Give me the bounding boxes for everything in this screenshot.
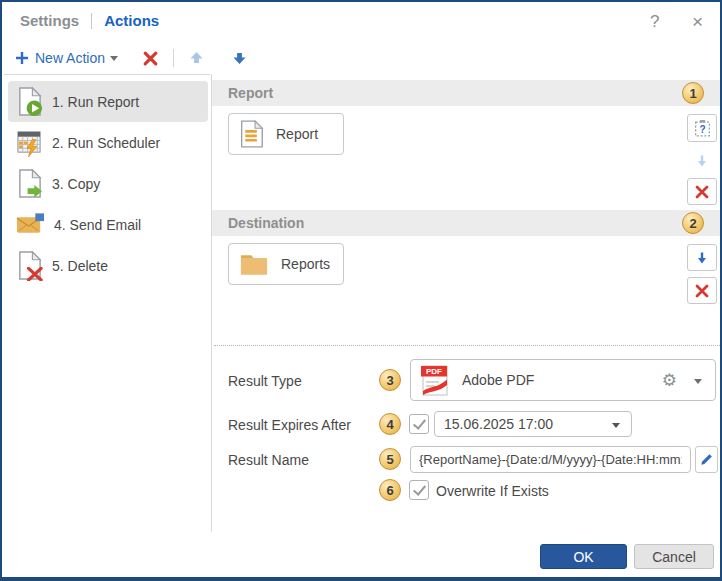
report-section-title: Report (228, 85, 273, 101)
result-name-input[interactable] (410, 446, 691, 473)
step-badge-6: 6 (379, 479, 401, 501)
destination-section-header: Destination 2 (212, 210, 720, 236)
dialog-help-button[interactable]: ? (650, 13, 659, 30)
result-expires-checkbox[interactable] (409, 414, 429, 434)
select-report-button[interactable]: ? (687, 114, 717, 142)
chevron-down-icon (612, 423, 620, 428)
step-badge-1: 1 (682, 82, 704, 104)
panel-divider (211, 74, 212, 532)
destination-remove-button[interactable] (687, 277, 717, 304)
move-down-icon[interactable] (231, 50, 248, 66)
overwrite-checkbox[interactable] (409, 480, 429, 500)
action-list-panel: 1. Run Report 2. Run Scheduler (4, 74, 210, 533)
new-action-button[interactable]: New Action (14, 50, 118, 66)
arrow-down-icon (694, 250, 710, 266)
sidebar-item-label: 1. Run Report (52, 94, 139, 110)
pencil-icon (699, 452, 714, 467)
result-type-dropdown[interactable]: PDF Adobe PDF ⚙ (410, 359, 716, 401)
dialog-tabs: Settings Actions (20, 12, 159, 29)
result-name-label: Result Name (228, 452, 309, 468)
sidebar-item-run-scheduler[interactable]: 2. Run Scheduler (8, 122, 208, 163)
new-action-label: New Action (35, 50, 105, 66)
edit-result-name-button[interactable] (695, 446, 718, 473)
destination-move-down-button[interactable] (687, 244, 717, 271)
run-scheduler-icon (16, 127, 43, 158)
overwrite-label: Overwrite If Exists (436, 483, 549, 499)
delete-action-icon[interactable] (142, 50, 159, 67)
delete-icon (16, 250, 43, 281)
actions-settings-dialog: Settings Actions ? × New Action (0, 0, 722, 581)
plus-icon (14, 50, 30, 66)
step-badge-3: 3 (379, 369, 401, 391)
svg-text:?: ? (699, 123, 705, 134)
report-document-icon (239, 119, 264, 149)
check-icon (412, 416, 425, 430)
result-expires-value: 15.06.2025 17:00 (444, 416, 553, 432)
remove-x-icon (694, 184, 710, 200)
result-expires-label: Result Expires After (228, 417, 351, 433)
destination-item-label: Reports (281, 256, 330, 272)
result-expires-date-dropdown[interactable]: 15.06.2025 17:00 (434, 411, 632, 437)
sidebar-item-send-email[interactable]: 4. Send Email (8, 204, 208, 245)
chevron-down-icon (694, 379, 702, 384)
report-move-down-button-disabled[interactable] (687, 148, 717, 174)
tab-settings[interactable]: Settings (20, 12, 79, 29)
sidebar-item-label: 5. Delete (52, 258, 108, 274)
arrow-down-icon (694, 153, 710, 169)
sidebar-item-copy[interactable]: 3. Copy (8, 163, 208, 204)
folder-icon (239, 252, 269, 277)
cancel-button[interactable]: Cancel (634, 544, 714, 569)
step-badge-2: 2 (682, 212, 704, 234)
sidebar-item-label: 4. Send Email (54, 217, 141, 233)
result-type-label: Result Type (228, 373, 302, 389)
report-item-label: Report (276, 126, 318, 142)
result-type-value: Adobe PDF (462, 372, 534, 388)
sidebar-item-run-report[interactable]: 1. Run Report (8, 81, 208, 122)
sidebar-item-delete[interactable]: 5. Delete (8, 245, 208, 286)
sidebar-item-label: 2. Run Scheduler (52, 135, 160, 151)
pdf-icon: PDF (418, 363, 452, 397)
gear-icon[interactable]: ⚙ (662, 372, 677, 389)
remove-x-icon (694, 283, 710, 299)
toolbar-divider (173, 49, 174, 67)
step-badge-4: 4 (379, 413, 401, 435)
move-up-icon[interactable] (188, 50, 205, 66)
report-remove-button[interactable] (687, 178, 717, 205)
ok-button[interactable]: OK (540, 544, 627, 569)
report-section-header: Report 1 (212, 80, 720, 106)
chevron-down-icon (110, 56, 118, 61)
dialog-close-button[interactable]: × (692, 12, 703, 31)
destination-item[interactable]: Reports (228, 243, 344, 285)
check-icon (412, 482, 425, 496)
tab-actions[interactable]: Actions (104, 12, 159, 29)
step-badge-5: 5 (379, 448, 401, 470)
copy-icon (16, 168, 43, 199)
form-separator (214, 345, 720, 346)
send-email-icon (16, 212, 45, 237)
tab-divider (91, 13, 92, 29)
select-item-icon: ? (693, 119, 712, 138)
report-item[interactable]: Report (228, 113, 344, 155)
run-report-icon (16, 86, 43, 117)
sidebar-item-label: 3. Copy (52, 176, 100, 192)
destination-section-title: Destination (228, 215, 304, 231)
svg-text:PDF: PDF (426, 367, 442, 376)
